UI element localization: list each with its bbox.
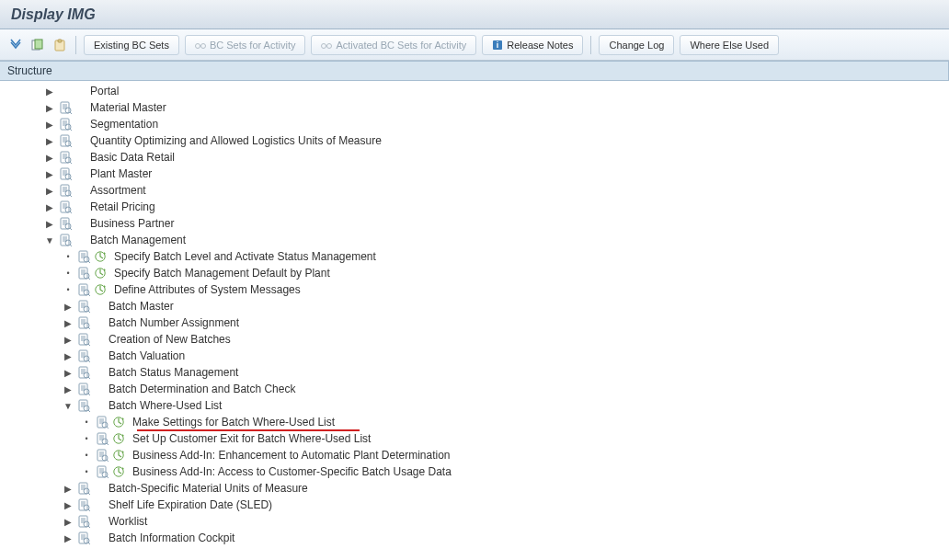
- clipboard-icon[interactable]: [51, 37, 68, 53]
- tree-node-label[interactable]: Plant Master: [85, 167, 152, 180]
- tree-node-label[interactable]: Define Attributes of System Messages: [109, 283, 301, 296]
- expand-toggle[interactable]: ▶: [61, 500, 75, 510]
- img-activity-doc-icon[interactable]: [75, 366, 92, 380]
- bc-sets-for-activity-button[interactable]: BC Sets for Activity: [185, 35, 306, 55]
- img-activity-doc-icon[interactable]: [57, 234, 74, 247]
- img-activity-doc-icon[interactable]: [57, 200, 74, 214]
- tree-node-label[interactable]: Business Partner: [85, 217, 174, 230]
- expand-toggle[interactable]: ▶: [42, 186, 57, 196]
- expand-all-icon[interactable]: [7, 37, 24, 53]
- img-activity-doc-icon[interactable]: [75, 482, 92, 496]
- tree-node-label[interactable]: Creation of New Batches: [103, 333, 231, 346]
- expand-toggle[interactable]: ▶: [42, 136, 57, 146]
- expand-toggle[interactable]: ▶: [61, 302, 75, 312]
- tree-node-label[interactable]: Quantity Optimizing and Allowed Logistic…: [85, 134, 382, 147]
- expand-toggle[interactable]: ▶: [42, 86, 57, 97]
- expand-toggle[interactable]: ▶: [42, 219, 57, 229]
- tree-node-label[interactable]: Batch Management: [85, 234, 186, 246]
- activated-bc-sets-button[interactable]: Activated BC Sets for Activity: [311, 35, 476, 55]
- expand-toggle[interactable]: ▶: [61, 384, 75, 394]
- img-activity-doc-icon[interactable]: [75, 383, 92, 396]
- tree-node-label[interactable]: Batch Valuation: [103, 349, 185, 362]
- expand-toggle[interactable]: ▶: [42, 103, 57, 113]
- expand-toggle[interactable]: ▶: [61, 517, 75, 527]
- tree-node-label[interactable]: Batch Master: [103, 300, 174, 313]
- img-activity-doc-icon[interactable]: [75, 515, 92, 529]
- img-activity-doc-icon[interactable]: [94, 432, 110, 446]
- img-activity-doc-icon[interactable]: [57, 134, 74, 148]
- img-activity-doc-icon[interactable]: [75, 250, 92, 264]
- execute-icon[interactable]: [110, 449, 127, 463]
- tree-node-label[interactable]: Batch Information Cockpit: [103, 531, 234, 544]
- execute-icon[interactable]: [110, 465, 127, 479]
- execute-icon[interactable]: [110, 416, 127, 429]
- img-activity-doc-icon[interactable]: [75, 267, 92, 280]
- img-activity-doc-icon[interactable]: [94, 465, 110, 479]
- tree-node-label[interactable]: Make Settings for Batch Where-Used List: [127, 416, 335, 429]
- tree-node-label[interactable]: Specify Batch Management Default by Plan…: [109, 267, 330, 280]
- tree-row: ▶Batch Status Management: [0, 364, 949, 381]
- img-activity-doc-icon[interactable]: [94, 416, 110, 429]
- tree-node-label[interactable]: Worklist: [103, 515, 147, 528]
- img-activity-doc-icon[interactable]: [75, 333, 92, 347]
- tree-node-label[interactable]: Basic Data Retail: [85, 151, 175, 164]
- tree-node-label[interactable]: Segmentation: [85, 118, 158, 131]
- img-activity-doc-icon[interactable]: [75, 283, 92, 297]
- tree-node-label[interactable]: Portal: [85, 85, 119, 97]
- tree-node-label[interactable]: Business Add-In: Access to Customer-Spec…: [127, 465, 452, 478]
- execute-icon[interactable]: [92, 250, 109, 264]
- tree-node-label[interactable]: Batch Determination and Batch Check: [103, 383, 295, 395]
- tree-node-label[interactable]: Batch Where-Used List: [103, 399, 222, 412]
- img-activity-doc-icon[interactable]: [75, 498, 92, 512]
- expand-toggle[interactable]: ▼: [42, 235, 57, 246]
- img-activity-doc-icon[interactable]: [57, 101, 74, 115]
- tree-node-label[interactable]: Specify Batch Level and Activate Status …: [109, 250, 376, 263]
- img-activity-doc-icon[interactable]: [57, 167, 74, 181]
- button-label: Release Notes: [507, 40, 573, 51]
- expand-toggle[interactable]: ▶: [61, 318, 75, 328]
- tree-row: ▶Batch Information Cockpit: [0, 530, 949, 546]
- tree-row: ▶Creation of New Batches: [0, 331, 949, 348]
- img-activity-doc-icon[interactable]: [57, 184, 74, 198]
- existing-bc-sets-button[interactable]: Existing BC Sets: [84, 35, 179, 55]
- tree-node-label[interactable]: Batch Status Management: [103, 366, 238, 379]
- expand-toggle[interactable]: ▶: [61, 368, 75, 378]
- tree-node-label[interactable]: Batch Number Assignment: [103, 316, 239, 329]
- expand-toggle[interactable]: ▶: [42, 153, 57, 163]
- img-activity-doc-icon[interactable]: [75, 531, 92, 545]
- tree-node-label[interactable]: Retail Pricing: [85, 200, 155, 213]
- tree-row: ▶Worklist: [0, 513, 949, 530]
- img-activity-doc-icon[interactable]: [57, 217, 74, 231]
- expand-toggle[interactable]: ▶: [61, 351, 75, 361]
- expand-toggle[interactable]: ▼: [61, 401, 75, 411]
- expand-toggle[interactable]: ▶: [61, 533, 75, 543]
- expand-toggle[interactable]: ▶: [61, 484, 75, 494]
- tree-row: ▶Plant Master: [0, 166, 949, 182]
- tree-node-label[interactable]: Shelf Life Expiration Date (SLED): [103, 498, 272, 511]
- expand-toggle[interactable]: ▶: [42, 120, 57, 130]
- expand-toggle[interactable]: ▶: [61, 335, 75, 345]
- expand-toggle[interactable]: ▶: [42, 202, 57, 212]
- tree-node-label[interactable]: Assortment: [85, 184, 146, 197]
- release-notes-button[interactable]: i Release Notes: [482, 35, 583, 55]
- tree-node-label[interactable]: Material Master: [85, 101, 166, 114]
- img-activity-doc-icon[interactable]: [57, 151, 74, 165]
- change-log-button[interactable]: Change Log: [599, 35, 674, 55]
- expand-toggle[interactable]: ▶: [42, 169, 57, 179]
- where-else-used-button[interactable]: Where Else Used: [680, 35, 779, 55]
- execute-icon[interactable]: [92, 267, 109, 280]
- img-activity-doc-icon[interactable]: [75, 399, 92, 413]
- find-icon[interactable]: [29, 37, 46, 53]
- tree-node-label[interactable]: Batch-Specific Material Units of Measure: [103, 482, 308, 495]
- tree-row: ▶Assortment: [0, 182, 949, 199]
- execute-icon[interactable]: [110, 432, 127, 446]
- img-activity-doc-icon[interactable]: [75, 300, 92, 314]
- img-activity-doc-icon[interactable]: [94, 449, 110, 463]
- img-activity-doc-icon[interactable]: [57, 118, 74, 131]
- tree-node-label[interactable]: Business Add-In: Enhancement to Automati…: [127, 449, 451, 462]
- execute-icon[interactable]: [92, 283, 109, 297]
- tree-bullet: •: [61, 285, 75, 294]
- img-activity-doc-icon[interactable]: [75, 316, 92, 330]
- img-activity-doc-icon[interactable]: [75, 349, 92, 363]
- tree-node-label[interactable]: Set Up Customer Exit for Batch Where-Use…: [127, 432, 371, 445]
